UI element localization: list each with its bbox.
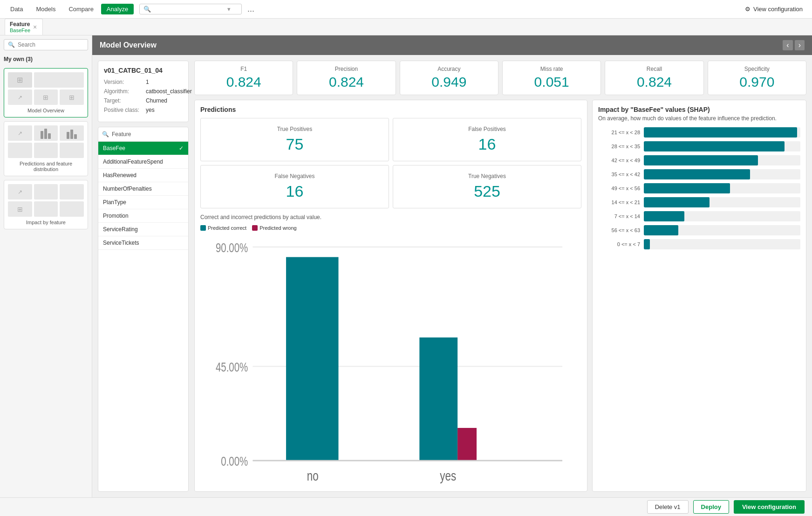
- legend-wrong-label: Predicted wrong: [259, 225, 297, 231]
- metric-precision-label: Precision: [303, 66, 389, 72]
- model-info-version-row: Version: 1: [104, 79, 183, 85]
- shap-bar-label-0: 21 <= x < 28: [598, 130, 640, 135]
- sidebar-card-model-overview[interactable]: ⊞ ↗ ⊞ ⊞ Model Overview: [4, 68, 88, 117]
- feature-item-additional[interactable]: AdditionalFeatureSpend: [98, 155, 188, 169]
- puzzle-icon: ⊞: [17, 76, 23, 84]
- metric-miss-rate-value: 0.051: [508, 74, 595, 90]
- target-value: Churned: [146, 97, 167, 104]
- shap-bar-track-6: [644, 211, 800, 221]
- checkmark-icon: ✓: [179, 145, 184, 151]
- svg-rect-8: [457, 428, 477, 461]
- tab-title: Feature: [10, 21, 30, 28]
- nav-models[interactable]: Models: [30, 4, 61, 14]
- metric-precision-value: 0.824: [303, 74, 389, 90]
- sidebar-search[interactable]: 🔍: [4, 39, 88, 50]
- shap-bar-fill-4: [644, 183, 730, 193]
- content-area: Model Overview ‹ › v01_CATBC_01_04 Versi…: [92, 35, 812, 497]
- sidebar-cards: ⊞ ↗ ⊞ ⊞ Model Overview: [4, 68, 88, 229]
- feature-item-hasrenewed[interactable]: HasRenewed: [98, 169, 188, 182]
- metric-specificity-label: Specificity: [714, 66, 800, 72]
- shap-title: Impact by "BaseFee" values (SHAP): [598, 106, 800, 113]
- sidebar-section-label: My own (3): [4, 54, 88, 64]
- sidebar-search-input[interactable]: [18, 41, 84, 48]
- nav-analyze[interactable]: Analyze: [101, 4, 134, 14]
- algorithm-label: Algorithm:: [104, 88, 146, 95]
- feature-item-promotion[interactable]: Promotion: [98, 209, 188, 223]
- tab-feature-basefee[interactable]: Feature BaseFee ×: [5, 19, 43, 35]
- cm-true-positives: True Positives 75: [200, 118, 389, 161]
- shap-bar-label-6: 7 <= x < 14: [598, 213, 640, 219]
- metric-recall-value: 0.824: [611, 74, 697, 90]
- gear-icon: ⚙: [745, 6, 751, 13]
- feature-item-penalties[interactable]: NumberOfPenalties: [98, 182, 188, 196]
- search-icon: 🔍: [8, 41, 15, 48]
- sidebar-card-impact[interactable]: ↗ ⊞ Impact by feature: [4, 180, 88, 229]
- model-header: Model Overview ‹ ›: [92, 35, 812, 55]
- metric-recall-label: Recall: [611, 66, 697, 72]
- feature-item-servicerating[interactable]: ServiceRating: [98, 223, 188, 236]
- shap-bar-track-8: [644, 239, 800, 249]
- svg-rect-7: [419, 337, 457, 461]
- view-configuration-button[interactable]: ⚙ View configuration: [740, 4, 807, 14]
- model-search-bar[interactable]: 🔍 v01_CATBC_01_04 ▾: [139, 4, 242, 14]
- left-panel: v01_CATBC_01_04 Version: 1 Algorithm: ca…: [98, 61, 189, 492]
- main-content: v01_CATBC_01_04 Version: 1 Algorithm: ca…: [92, 55, 812, 497]
- shap-bar-row-2: 42 <= x < 49: [598, 155, 800, 165]
- nav-data[interactable]: Data: [5, 4, 28, 14]
- svg-text:90.00%: 90.00%: [216, 241, 248, 255]
- metric-f1: F1 0.824: [194, 61, 293, 95]
- shap-bar-fill-0: [644, 127, 797, 138]
- model-info-positive-class-row: Positive class: yes: [104, 107, 183, 113]
- bottom-bar: Delete v1 Deploy View configuration: [0, 497, 812, 516]
- main-layout: 🔍 My own (3) ⊞ ↗ ⊞ ⊞: [0, 35, 812, 497]
- shap-bar-label-2: 42 <= x < 49: [598, 158, 640, 163]
- top-nav: Data Models Compare Analyze 🔍 v01_CATBC_…: [0, 0, 812, 19]
- shap-bar-label-7: 56 <= x < 63: [598, 227, 640, 233]
- shap-bar-label-8: 0 <= x < 7: [598, 241, 640, 247]
- model-info-target-row: Target: Churned: [104, 97, 183, 104]
- shap-bar-track-2: [644, 155, 800, 165]
- header-next-button[interactable]: ›: [795, 40, 805, 50]
- metric-accuracy: Accuracy 0.949: [400, 61, 498, 95]
- model-info-algorithm-row: Algorithm: catboost_classifier: [104, 88, 183, 95]
- metric-accuracy-label: Accuracy: [406, 66, 492, 72]
- shap-bar-label-4: 49 <= x < 56: [598, 186, 640, 191]
- algorithm-value: catboost_classifier: [146, 88, 192, 95]
- shap-bars: 21 <= x < 28 28 <= x < 35: [598, 127, 800, 486]
- shap-bar-fill-1: [644, 141, 785, 151]
- feature-search-label: Feature: [112, 131, 131, 138]
- metrics-row: F1 0.824 Precision 0.824 Accuracy 0.949 …: [194, 61, 806, 95]
- feature-item-basefee[interactable]: BaseFee ✓: [98, 142, 188, 155]
- deploy-button[interactable]: Deploy: [693, 500, 729, 514]
- sidebar-card-label-predictions: Predictions and feature distribution: [8, 161, 84, 172]
- svg-text:no: no: [307, 468, 319, 484]
- header-prev-button[interactable]: ‹: [783, 40, 792, 50]
- svg-text:45.00%: 45.00%: [216, 360, 248, 374]
- shap-bar-track-3: [644, 169, 800, 179]
- more-options-button[interactable]: ...: [244, 2, 258, 16]
- model-search-input[interactable]: v01_CATBC_01_04: [151, 6, 225, 13]
- confusion-matrix: True Positives 75 False Positives 16 Fal…: [200, 118, 581, 208]
- delete-button[interactable]: Delete v1: [647, 500, 689, 514]
- shap-bar-track-0: [644, 127, 800, 138]
- puzzle-icon-4: ⊞: [17, 206, 23, 213]
- feature-item-plantype[interactable]: PlanType: [98, 196, 188, 209]
- feature-search-bar[interactable]: 🔍 Feature: [98, 127, 188, 142]
- target-label: Target:: [104, 97, 146, 104]
- shap-bar-track-5: [644, 197, 800, 207]
- puzzle-icon-3: ⊞: [69, 94, 75, 101]
- feature-item-servicetickets[interactable]: ServiceTickets: [98, 236, 188, 250]
- metric-precision: Precision 0.824: [297, 61, 396, 95]
- nav-compare[interactable]: Compare: [63, 4, 99, 14]
- shap-panel: Impact by "BaseFee" values (SHAP) On ave…: [592, 100, 806, 492]
- close-icon[interactable]: ×: [33, 23, 37, 31]
- svg-text:yes: yes: [440, 468, 456, 484]
- feature-list: BaseFee ✓ AdditionalFeatureSpend HasRene…: [98, 142, 188, 250]
- view-configuration-button-bottom[interactable]: View configuration: [734, 500, 805, 514]
- sidebar-card-predictions[interactable]: ↗ Predictions and: [4, 121, 88, 176]
- shap-bar-row-7: 56 <= x < 63: [598, 225, 800, 235]
- legend-wrong-color: [252, 225, 258, 231]
- charts-row: Predictions True Positives 75 False Posi…: [194, 100, 806, 492]
- shap-bar-row-6: 7 <= x < 14: [598, 211, 800, 221]
- shap-bar-label-3: 35 <= x < 42: [598, 172, 640, 177]
